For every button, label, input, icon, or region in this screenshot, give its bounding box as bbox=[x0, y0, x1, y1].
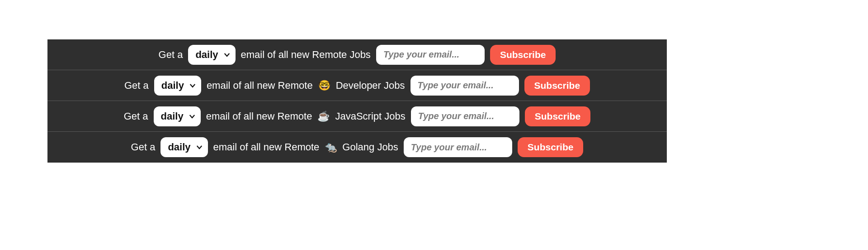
chevron-down-icon bbox=[189, 82, 197, 90]
prefix-label: Get a bbox=[124, 80, 149, 91]
subscribe-button[interactable]: Subscribe bbox=[524, 76, 590, 96]
email-input[interactable] bbox=[411, 106, 519, 126]
chevron-down-icon bbox=[195, 143, 203, 151]
frequency-value: daily bbox=[195, 49, 218, 61]
email-input[interactable] bbox=[410, 76, 519, 96]
subscribe-button[interactable]: Subscribe bbox=[525, 106, 591, 126]
subscribe-button[interactable]: Subscribe bbox=[518, 137, 584, 157]
middle-label: email of all new Remote bbox=[207, 80, 313, 91]
frequency-value: daily bbox=[161, 111, 184, 122]
frequency-select[interactable]: daily bbox=[188, 45, 235, 65]
email-input[interactable] bbox=[376, 45, 485, 65]
subscribe-bars-container: Get a daily email of all new Remote Jobs… bbox=[47, 39, 667, 163]
suffix-label: JavaScript Jobs bbox=[335, 111, 405, 122]
frequency-select[interactable]: daily bbox=[154, 106, 201, 126]
subscribe-bar: Get a daily email of all new Remote ☕ Ja… bbox=[47, 101, 667, 132]
chevron-down-icon bbox=[188, 112, 196, 120]
subscribe-bar: Get a daily email of all new Remote 🤓 De… bbox=[47, 70, 667, 101]
suffix-label: Golang Jobs bbox=[342, 141, 398, 153]
frequency-select[interactable]: daily bbox=[160, 137, 208, 157]
middle-label: email of all new Remote bbox=[206, 111, 312, 122]
frequency-value: daily bbox=[168, 141, 190, 153]
chevron-down-icon bbox=[223, 51, 231, 59]
frequency-value: daily bbox=[161, 80, 184, 91]
subscribe-button[interactable]: Subscribe bbox=[490, 45, 556, 65]
email-input[interactable] bbox=[404, 137, 512, 157]
suffix-label: Developer Jobs bbox=[336, 80, 405, 91]
prefix-label: Get a bbox=[131, 141, 156, 153]
frequency-select[interactable]: daily bbox=[154, 76, 201, 96]
subscribe-bar: Get a daily email of all new Remote Jobs… bbox=[47, 39, 667, 70]
middle-label: email of all new Remote bbox=[213, 141, 320, 153]
middle-label: email of all new Remote Jobs bbox=[241, 49, 371, 61]
gopher-emoji-icon: 🐀 bbox=[325, 141, 337, 153]
prefix-label: Get a bbox=[159, 49, 183, 61]
subscribe-bar: Get a daily email of all new Remote 🐀 Go… bbox=[47, 132, 667, 163]
developer-emoji-icon: 🤓 bbox=[318, 80, 330, 91]
prefix-label: Get a bbox=[124, 111, 148, 122]
coffee-emoji-icon: ☕ bbox=[317, 111, 330, 122]
